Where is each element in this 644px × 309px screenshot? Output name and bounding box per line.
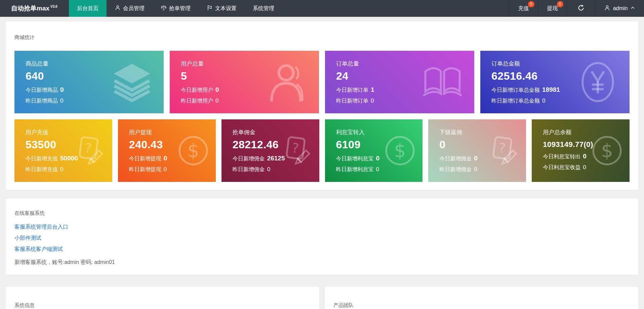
refresh-button[interactable] — [567, 0, 595, 17]
stat-today-value: 1 — [371, 86, 374, 93]
stat-yesterday-value: 0 — [215, 98, 218, 104]
question-doc-icon — [487, 134, 520, 167]
app-version: V3.0 — [50, 5, 57, 8]
top-navbar: 自动抢单max V3.0 后台首页 会员管理 抢单管理 文本设置 系统管理 — [0, 0, 644, 17]
stat-today-label: 今日利息宝转出 — [543, 154, 580, 159]
recharge-button[interactable]: 充值 0 — [509, 0, 538, 17]
stat-yesterday-label: 昨日新增佣金 — [439, 166, 472, 172]
layers-icon — [111, 61, 153, 103]
username: admin — [613, 5, 628, 11]
stat-today-value: 0 — [60, 86, 64, 93]
dashboard-screen: 自动抢单max V3.0 后台首页 会员管理 抢单管理 文本设置 系统管理 — [0, 0, 644, 309]
chevron-up-icon — [630, 5, 635, 12]
stat-yesterday-label: 昨日新增佣金 — [233, 166, 265, 172]
nav-tab-members[interactable]: 会员管理 — [107, 0, 153, 17]
stat-card-commission[interactable]: 抢单佣金 28212.46 今日新增佣金26125 昨日新增佣金0 — [222, 119, 319, 182]
stat-yesterday-value: 0 — [376, 166, 379, 172]
nav-tab-orders[interactable]: 抢单管理 — [153, 0, 199, 17]
stat-yesterday-label: 昨日新增利息宝 — [336, 166, 374, 172]
dollar-icon — [591, 134, 623, 167]
stat-yesterday-label: 昨日新增充值 — [26, 166, 58, 172]
stat-yesterday-value: 0 — [542, 98, 545, 104]
stat-today-value: 0 — [376, 155, 380, 162]
dollar-icon — [177, 134, 210, 167]
withdraw-label: 提现 — [547, 5, 558, 12]
stat-yesterday-value: 0 — [60, 98, 63, 104]
system-info-title: 系统信息 — [14, 302, 311, 309]
stat-card-recharge[interactable]: 用户充值 53500 今日新增充值50000 昨日新增充值0 — [14, 119, 112, 182]
nav-tab-system-label: 系统管理 — [253, 5, 274, 12]
nav-tab-home[interactable]: 后台首页 — [69, 0, 107, 17]
stat-yesterday-value: 0 — [60, 166, 63, 172]
stat-today-value: 0 — [474, 155, 478, 162]
recharge-label: 充值 — [518, 5, 529, 12]
service-account-note: 新增客服系统，账号:admin 密码: admin01 — [14, 259, 630, 266]
user-menu[interactable]: admin — [595, 0, 644, 17]
stat-today-label: 今日新增佣金 — [439, 156, 472, 161]
main-content: 商城统计 商品总量 640 今日新增商品0 昨日新增商品0 用户总量 5 今日新… — [0, 17, 644, 309]
dollar-icon — [384, 134, 416, 167]
stat-yesterday-label: 昨日新增提现 — [129, 166, 161, 172]
stat-yesterday-label: 昨日新增商品 — [26, 98, 58, 104]
mall-stats-panel: 商城统计 商品总量 640 今日新增商品0 昨日新增商品0 用户总量 5 今日新… — [6, 22, 638, 190]
stat-yesterday-value: 0 — [474, 166, 477, 172]
book-icon — [421, 61, 464, 103]
mall-stats-title: 商城统计 — [14, 34, 630, 41]
main-nav: 后台首页 会员管理 抢单管理 文本设置 系统管理 — [69, 0, 282, 17]
navbar-actions: 充值 0 提现 0 admin — [509, 0, 644, 17]
stat-today-label: 今日新增利息宝 — [336, 156, 374, 161]
stat-card-orders[interactable]: 订单总量 24 今日新增订单1 昨日新增订单0 — [325, 51, 474, 113]
nav-tab-text-settings-label: 文本设置 — [215, 5, 237, 12]
scale-icon — [161, 5, 167, 12]
person-icon — [266, 61, 308, 103]
recharge-badge: 0 — [528, 1, 534, 7]
stat-yesterday-label: 今日利息宝收益 — [543, 164, 580, 170]
customer-service-title: 在线客服系统 — [14, 210, 630, 217]
stat-today-label: 今日新增提现 — [129, 156, 161, 161]
stat-card-withdraw[interactable]: 用户提现 240.43 今日新增提现0 昨日新增提现0 — [118, 119, 216, 182]
system-info-panel: 系统信息 — [6, 287, 319, 309]
user-icon — [115, 5, 121, 12]
stat-card-sub-rebate[interactable]: 下级返佣 0 今日新增佣金0 昨日新增佣金0 — [428, 119, 526, 182]
stats-row-1: 商品总量 640 今日新增商品0 昨日新增商品0 用户总量 5 今日新增用户0 … — [14, 51, 630, 113]
stats-row-2: 用户充值 53500 今日新增充值50000 昨日新增充值0 用户提现 240.… — [14, 119, 630, 182]
bottom-panels: 系统信息 产品团队 — [6, 287, 638, 309]
stat-yesterday-label: 昨日新增订单总金额 — [491, 98, 540, 104]
product-team-panel: 产品团队 — [325, 287, 638, 309]
withdraw-badge: 0 — [557, 1, 563, 7]
stat-today-value: 0 — [215, 86, 219, 93]
stat-today-value: 0 — [583, 153, 587, 160]
stat-yesterday-value: 0 — [371, 98, 374, 104]
stat-today-label: 今日新增充值 — [26, 156, 58, 161]
service-admin-entry-link[interactable]: 客服系统管理后台入口 — [14, 221, 630, 232]
nav-tab-home-label: 后台首页 — [77, 5, 98, 12]
stat-card-total-balance[interactable]: 用户总余额 1093149.77(0) 今日利息宝转出0 今日利息宝收益0 — [532, 119, 630, 182]
stat-yesterday-label: 昨日新增订单 — [336, 98, 368, 104]
customer-service-panel: 在线客服系统 客服系统管理后台入口 小部件测试 客服系统客户端测试 新增客服系统… — [6, 199, 638, 275]
yen-icon — [577, 61, 619, 103]
stat-card-users[interactable]: 用户总量 5 今日新增用户0 昨日新增用户0 — [170, 51, 319, 113]
stat-today-label: 今日新增订单总金额 — [491, 87, 540, 93]
stat-today-value: 0 — [164, 155, 167, 162]
stat-card-products[interactable]: 商品总量 640 今日新增商品0 昨日新增商品0 — [14, 51, 164, 113]
withdraw-button[interactable]: 提现 0 — [538, 0, 567, 17]
stat-card-order-amount[interactable]: 订单总金额 62516.46 今日新增订单总金额18981 昨日新增订单总金额0 — [480, 51, 630, 113]
app-title: 自动抢单max — [11, 4, 49, 13]
stat-today-label: 今日新增用户 — [181, 87, 213, 93]
stat-card-interest-in[interactable]: 利息宝转入 6109 今日新增利息宝0 昨日新增利息宝0 — [325, 119, 423, 182]
stat-today-label: 今日新增佣金 — [233, 156, 265, 161]
stat-yesterday-label: 昨日新增用户 — [181, 98, 213, 104]
nav-tab-orders-label: 抢单管理 — [169, 5, 191, 12]
nav-tab-system[interactable]: 系统管理 — [245, 0, 282, 17]
client-test-link[interactable]: 客服系统客户端测试 — [14, 243, 630, 255]
stat-yesterday-value: 0 — [583, 164, 586, 170]
flag-icon — [207, 5, 213, 12]
app-logo: 自动抢单max V3.0 — [0, 0, 69, 17]
customer-service-links: 客服系统管理后台入口 小部件测试 客服系统客户端测试 — [14, 221, 630, 255]
nav-tab-members-label: 会员管理 — [123, 5, 145, 12]
widget-test-link[interactable]: 小部件测试 — [14, 232, 630, 243]
nav-tab-text-settings[interactable]: 文本设置 — [199, 0, 245, 17]
stat-today-value: 18981 — [542, 86, 560, 93]
stat-today-label: 今日新增商品 — [26, 87, 58, 93]
question-doc-icon — [280, 134, 313, 167]
